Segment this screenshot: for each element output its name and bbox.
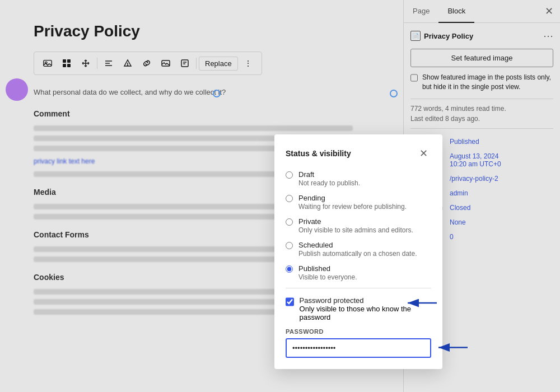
draft-text: Draft Not ready to publish. xyxy=(298,170,360,187)
password-section: PASSWORD xyxy=(286,328,431,358)
password-field-label: PASSWORD xyxy=(286,328,431,335)
private-radio[interactable] xyxy=(286,218,293,226)
modal-overlay: Status & visibility ✕ Draft Not ready to… xyxy=(0,0,560,392)
password-checkbox-desc: Only visible to those who know the passw… xyxy=(300,305,431,321)
status-visibility-modal: Status & visibility ✕ Draft Not ready to… xyxy=(274,134,442,369)
password-input-wrapper xyxy=(286,338,431,358)
scheduled-desc: Publish automatically on a chosen date. xyxy=(298,250,417,258)
draft-label: Draft xyxy=(298,170,360,179)
draft-option[interactable]: Draft Not ready to publish. xyxy=(286,170,431,187)
private-desc: Only visible to site admins and editors. xyxy=(298,226,413,234)
private-label: Private xyxy=(298,217,413,226)
private-text: Private Only visible to site admins and … xyxy=(298,217,413,234)
draft-desc: Not ready to publish. xyxy=(298,179,360,187)
modal-close-button[interactable]: ✕ xyxy=(416,146,431,161)
pending-text: Pending Waiting for review before publis… xyxy=(298,194,407,211)
password-checkbox-label: Password protected xyxy=(300,296,431,305)
password-checkbox-option: Password protected Only visible to those… xyxy=(286,296,431,321)
modal-title: Status & visibility xyxy=(286,149,351,158)
published-option[interactable]: Published Visible to everyone. xyxy=(286,264,431,281)
password-section-wrapper: Password protected Only visible to those… xyxy=(286,296,431,321)
published-desc: Visible to everyone. xyxy=(298,273,357,281)
pending-option[interactable]: Pending Waiting for review before publis… xyxy=(286,194,431,211)
pending-radio[interactable] xyxy=(286,195,293,202)
password-checkbox-text: Password protected Only visible to those… xyxy=(300,296,431,321)
scheduled-option[interactable]: Scheduled Publish automatically on a cho… xyxy=(286,241,431,258)
scheduled-radio[interactable] xyxy=(286,242,293,249)
draft-radio[interactable] xyxy=(286,171,293,179)
scheduled-label: Scheduled xyxy=(298,241,417,249)
password-checkbox[interactable] xyxy=(286,297,294,306)
private-option[interactable]: Private Only visible to site admins and … xyxy=(286,217,431,234)
pending-desc: Waiting for review before publishing. xyxy=(298,203,407,211)
pending-label: Pending xyxy=(298,194,407,202)
modal-divider xyxy=(286,288,431,288)
input-arrow xyxy=(434,342,468,354)
scheduled-text: Scheduled Publish automatically on a cho… xyxy=(298,241,417,258)
published-text: Published Visible to everyone. xyxy=(298,264,357,281)
modal-header: Status & visibility ✕ xyxy=(286,146,431,161)
published-radio[interactable] xyxy=(286,265,293,273)
password-input[interactable] xyxy=(286,338,431,358)
published-label: Published xyxy=(298,264,357,273)
